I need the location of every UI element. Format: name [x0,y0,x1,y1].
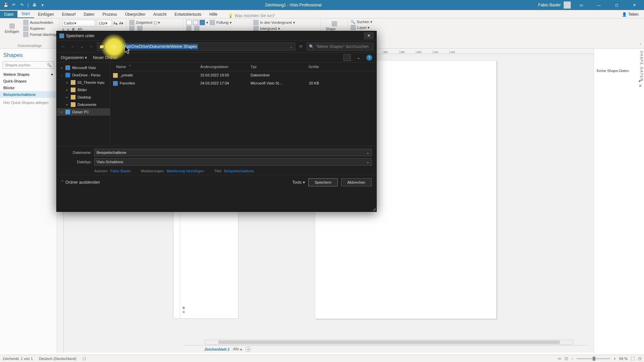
shapes-item-more[interactable]: Weitere Shapes▸ [0,71,57,78]
pan-zoom-icon[interactable]: ◳ [638,356,641,361]
tab-design[interactable]: Entwurf [58,11,80,18]
tab-data[interactable]: Daten [79,11,98,18]
tab-review[interactable]: Überprüfen [121,11,149,18]
zoom-slider[interactable] [577,358,610,359]
file-row[interactable]: _private 15.03.2022 19:59 Dateiordner [110,71,376,79]
styles-more-icon[interactable]: ▾ [206,20,208,25]
col-date[interactable]: Änderungsdatum [198,63,248,71]
redo-icon[interactable]: ↷ [19,2,25,8]
folder-tree[interactable]: ▸Microsoft Visio ⌄OneDrive - Perso ▸03_T… [57,63,110,146]
dropdown-icon[interactable]: ⌄ [366,160,369,164]
nav-forward-button[interactable]: → [69,43,76,50]
format-painter-button[interactable]: Format übertrag [23,32,56,37]
copy-button[interactable]: Kopieren [23,26,56,31]
increase-font-icon[interactable]: A▴ [113,21,118,25]
shapes-item-quick[interactable]: Quick-Shapes [0,78,57,84]
tree-visio[interactable]: ▸Microsoft Visio [57,64,110,71]
style-swatch[interactable] [186,20,192,25]
avatar[interactable] [564,1,571,9]
tab-file[interactable]: Datei [0,11,17,18]
file-list-header[interactable]: Name ˄ Änderungsdatum Typ Größe [110,63,376,71]
col-size[interactable]: Größe [291,63,322,71]
fit-page-icon[interactable]: ◫ [565,356,568,361]
tab-developer[interactable]: Entwicklertools [170,11,205,18]
cut-button[interactable]: Ausschneiden [23,20,56,25]
resize-grip[interactable] [372,207,376,211]
effects-icon[interactable] [194,26,200,31]
fit-window-icon[interactable]: ⛶ [631,357,635,361]
user-name[interactable]: Fabio Basler [538,3,561,7]
style-swatch[interactable] [193,20,198,25]
nav-back-button[interactable]: ← [59,43,67,50]
zoom-level[interactable]: 69 % [619,357,628,361]
ribbon-opts-icon[interactable]: ▭ [574,0,589,10]
page-tab-all[interactable]: Alle ▴ [233,347,242,351]
style-swatch[interactable] [200,20,205,25]
font-size-combo[interactable]: 12pt ▾ [97,20,112,26]
status-language[interactable]: Deutsch (Deutschland) [39,357,76,361]
tab-view[interactable]: Ansicht [149,11,170,18]
cancel-button[interactable]: Abbrechen [341,178,372,186]
refresh-button[interactable]: ⟳ [297,43,305,50]
tell-me-search[interactable]: 💡 Was möchten Sie tun? [228,13,275,18]
collapse-ribbon-icon[interactable]: ˄ [640,43,641,47]
organize-button[interactable]: Organisieren ▾ [61,55,87,60]
file-list[interactable]: Name ˄ Änderungsdatum Typ Größe _private… [110,63,376,146]
tags-value[interactable]: Markierung hinzufügen [167,169,204,173]
tab-start[interactable]: Start [17,10,34,18]
view-mode-button[interactable] [343,54,351,61]
tools-button[interactable]: Tools ▾ [292,180,305,185]
tab-help[interactable]: Hilfe [205,11,221,18]
help-icon[interactable]: ? [366,55,372,61]
fill-icon[interactable] [210,20,215,25]
col-type[interactable]: Typ [248,63,291,71]
presentation-icon[interactable]: ▭ [558,356,561,361]
dialog-search-input[interactable]: 🔍"Meine Shapes" durchsuchen [307,43,374,51]
find-button[interactable]: 🔍Suchen ▾ [351,20,385,24]
filetype-select[interactable]: Visio-Schablone⌄ [94,158,372,166]
paste-button[interactable]: Einfügen [3,20,21,37]
layer-button[interactable]: Layer ▾ [351,25,385,30]
tree-desktop[interactable]: ▸Desktop [57,94,110,101]
horizontal-scrollbar[interactable] [205,340,574,345]
dialog-close-button[interactable]: ✕ [364,32,374,40]
zoom-out-button[interactable]: − [571,357,573,361]
qat-more-icon[interactable]: ▾ [40,2,46,8]
tree-theorie[interactable]: ▸03_Theorie Inpu [57,79,110,86]
maximize-button[interactable]: ◻ [609,0,624,10]
col-name[interactable]: Name ˄ [110,63,198,71]
connector-icon[interactable] [129,26,135,31]
filename-input[interactable]: Beispielschablone⌄ [94,149,372,156]
tree-bilder[interactable]: ▸Bilder [57,86,110,94]
add-page-button[interactable]: + [246,347,251,352]
share-button[interactable]: 👤 Teilen [616,11,644,18]
authors-value[interactable]: Fabio Basler [110,169,131,173]
addr-dropdown-icon[interactable]: ⌄ [289,44,293,49]
title-value[interactable]: Beispielschablone [224,169,254,173]
print-icon[interactable]: 🖶 [32,2,38,8]
zoom-knob[interactable] [593,357,595,361]
hide-folders-button[interactable]: ˄Ordner ausblenden [61,180,100,185]
text-icon[interactable] [137,26,143,31]
macro-record-icon[interactable]: ▢ [83,356,86,361]
shapes-item-blocks[interactable]: Blöcke [0,84,57,91]
save-icon[interactable]: 💾 [3,2,9,8]
view-dropdown-icon[interactable]: ⌄ [357,55,360,60]
zoom-in-button[interactable]: + [613,357,615,361]
tab-process[interactable]: Prozess [98,11,121,18]
undo-icon[interactable]: ↶ [11,2,17,8]
tree-dokumente[interactable]: ▸Dokumente [57,101,110,108]
font-name-combo[interactable]: Calibri ▾ [62,20,95,26]
nav-up-button[interactable]: ↑ [88,43,95,50]
tree-this-pc[interactable]: ▸Dieser PC [57,108,110,116]
new-folder-button[interactable]: Neuer Ordner [93,55,117,60]
tree-onedrive[interactable]: ⌄OneDrive - Perso [57,71,110,79]
bring-front-button[interactable]: In den Vordergrund ▾ [253,20,318,25]
close-pane-icon[interactable]: ▾✕ [639,79,642,88]
decrease-font-icon[interactable]: A▾ [119,21,123,25]
send-back-button[interactable]: intergrund ▾ [253,26,318,31]
close-button[interactable]: ✕ [627,0,642,10]
save-button[interactable]: Speichern [308,178,338,186]
scrollbar-thumb[interactable] [218,341,560,344]
minimize-button[interactable]: — [591,0,606,10]
